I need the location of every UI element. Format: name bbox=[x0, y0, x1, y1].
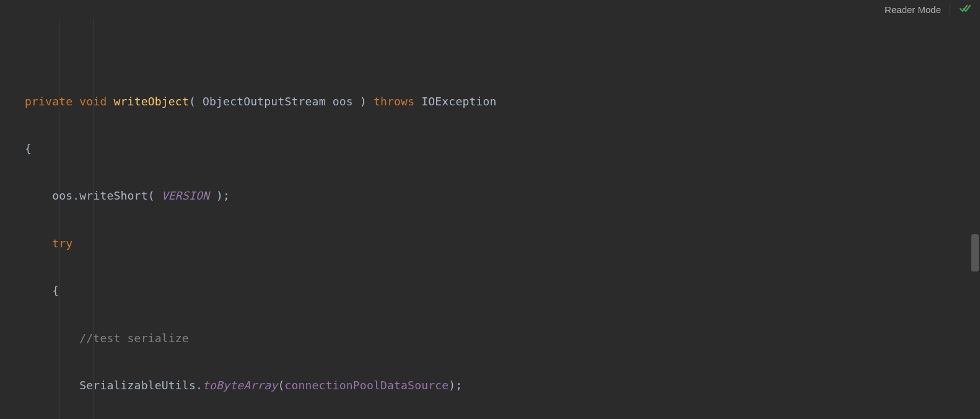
topbar-separator bbox=[950, 3, 950, 15]
indent-guide bbox=[93, 19, 94, 419]
keyword-throws: throws bbox=[374, 95, 414, 108]
reader-mode-button[interactable]: Reader Mode bbox=[885, 4, 941, 15]
code-line: oos.writeShort( VERSION ); bbox=[25, 184, 980, 208]
code-line: try bbox=[25, 232, 980, 255]
static-method: toByteArray bbox=[203, 379, 278, 392]
vertical-scrollbar-thumb[interactable] bbox=[971, 234, 979, 271]
code-line: private void writeObject( ObjectOutputSt… bbox=[25, 90, 980, 113]
editor-topbar: Reader Mode bbox=[885, 0, 980, 19]
code-line: SerializableUtils.toByteArray(connection… bbox=[25, 374, 980, 397]
comment: //test serialize bbox=[79, 332, 189, 345]
code-editor[interactable]: private void writeObject( ObjectOutputSt… bbox=[0, 19, 980, 419]
code-line: { bbox=[25, 279, 980, 302]
field-ref: connectionPoolDataSource bbox=[284, 379, 448, 392]
code-line: { bbox=[25, 137, 980, 161]
code-line: //test serialize bbox=[25, 327, 980, 350]
field-version: VERSION bbox=[162, 189, 209, 202]
inspection-checks-icon[interactable] bbox=[959, 3, 971, 15]
method-name: writeObject bbox=[114, 95, 189, 108]
keyword-try: try bbox=[52, 237, 72, 250]
indent-guide bbox=[59, 19, 59, 419]
keyword-private: private bbox=[25, 95, 72, 108]
